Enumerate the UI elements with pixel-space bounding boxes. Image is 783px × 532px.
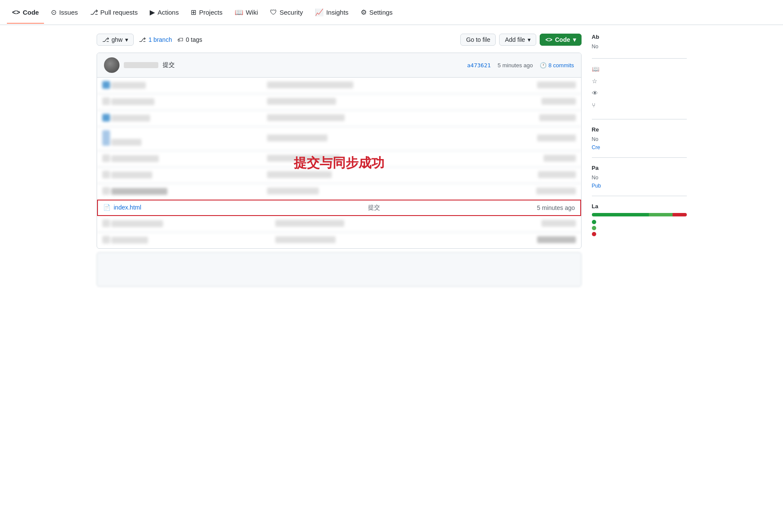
file-commit-cell: 提交	[363, 200, 432, 215]
readme-icon: 📖	[592, 66, 599, 72]
table-row[interactable]	[97, 151, 581, 167]
highlighted-file-table: 📄 index.html 提交 5 minutes ago	[98, 200, 580, 215]
chevron-down-icon: ▾	[125, 36, 128, 43]
releases-title: Re	[592, 126, 687, 133]
history-icon: 🕐	[540, 62, 547, 69]
nav-label-security: Security	[280, 9, 303, 16]
packages-title: Pa	[592, 165, 687, 171]
star-icon: ☆	[592, 78, 597, 84]
table-row[interactable]	[97, 94, 581, 110]
table-row[interactable]	[97, 110, 581, 127]
commits-link[interactable]: 🕐 8 commits	[540, 62, 574, 69]
lang-segment-html	[592, 213, 649, 216]
sidebar-packages: Pa No Pub	[592, 165, 687, 196]
branch-info: ⎇ 1 branch	[139, 36, 172, 43]
blurred-file-rows-bottom	[97, 216, 581, 248]
lang-segment-js	[649, 213, 673, 216]
tag-count: 0 tags	[186, 36, 202, 43]
branch-count-link[interactable]: 1 branch	[148, 36, 172, 43]
table-row-index-html[interactable]: 📄 index.html 提交 5 minutes ago	[98, 200, 580, 215]
sidebar-releases: Re No Cre	[592, 126, 687, 158]
branch-icon: ⎇	[102, 36, 109, 43]
branch-selector[interactable]: ⎇ ghw ▾	[97, 34, 134, 46]
table-row[interactable]	[97, 127, 581, 151]
sidebar: Ab No 📖 ☆ 👁 ⑂ Re No Cre	[592, 34, 687, 287]
nav-label-wiki: Wiki	[246, 9, 258, 16]
commit-meta: a473621 5 minutes ago 🕐 8 commits	[467, 62, 574, 69]
commit-box: 提交 a473621 5 minutes ago 🕐 8 commits	[97, 53, 582, 249]
code-button[interactable]: <> Code ▾	[540, 34, 581, 46]
projects-icon: ⊞	[191, 8, 196, 16]
lang-segment-other	[673, 213, 687, 216]
nav-item-projects[interactable]: ⊞ Projects	[186, 5, 227, 20]
commit-author-name	[124, 62, 158, 68]
sidebar-fork-item[interactable]: ⑂	[592, 102, 687, 109]
table-row[interactable]	[97, 232, 581, 249]
commits-count: 8 commits	[548, 62, 574, 69]
commit-message: 提交	[163, 61, 175, 69]
settings-icon: ⚙	[361, 8, 367, 16]
security-icon: 🛡	[270, 9, 277, 16]
sidebar-languages: La	[592, 203, 687, 243]
nav-item-pull-requests[interactable]: ⎇ Pull requests	[85, 5, 143, 20]
nav-item-security[interactable]: 🛡 Security	[265, 5, 308, 20]
file-table-blurred-bottom	[97, 216, 581, 248]
go-to-file-button[interactable]: Go to file	[460, 34, 496, 46]
sidebar-about-title: Ab	[592, 34, 687, 40]
lang-item-0	[592, 220, 687, 224]
publish-package-link[interactable]: Pub	[592, 183, 601, 189]
nav-label-pull-requests: Pull requests	[101, 9, 138, 16]
issues-icon: ⊙	[51, 8, 57, 16]
languages-title: La	[592, 203, 687, 210]
eye-icon: 👁	[592, 90, 598, 97]
table-row[interactable]	[97, 184, 581, 200]
no-packages-text: No	[592, 175, 687, 181]
overlay-container: 提交与同步成功	[97, 78, 581, 248]
code-icon: <>	[12, 9, 20, 16]
tag-info: 🏷 0 tags	[177, 36, 202, 43]
nav-item-wiki[interactable]: 📖 Wiki	[230, 5, 263, 20]
commit-author: 提交	[104, 57, 175, 73]
code-angle-icon: <>	[545, 36, 552, 43]
file-table-blurred	[97, 78, 581, 200]
language-bar	[592, 213, 687, 216]
create-release-link[interactable]: Cre	[592, 144, 600, 150]
add-file-button[interactable]: Add file ▾	[499, 34, 536, 46]
nav-item-code[interactable]: <> Code	[7, 5, 44, 20]
lang-dot-1	[592, 226, 596, 230]
nav-label-code: Code	[23, 9, 39, 16]
sidebar-watch-item[interactable]: 👁	[592, 90, 687, 97]
table-row[interactable]	[97, 167, 581, 184]
code-button-label: Code	[555, 36, 570, 43]
nav-label-projects: Projects	[199, 9, 222, 16]
toolbar-row: ⎇ ghw ▾ ⎇ 1 branch 🏷 0 tags Go to file A…	[97, 34, 582, 46]
sidebar-star-item[interactable]: ☆	[592, 78, 687, 84]
file-name-text: index.html	[114, 204, 142, 211]
lang-dot-0	[592, 220, 596, 224]
file-table-wrapper: 提交与同步成功 📄 index.html 提交	[97, 78, 581, 248]
nav-item-actions[interactable]: ▶ Actions	[145, 5, 184, 20]
file-name-cell[interactable]: 📄 index.html	[98, 200, 363, 214]
sidebar-about: Ab No	[592, 34, 687, 59]
table-row[interactable]	[97, 78, 581, 94]
pull-requests-icon: ⎇	[90, 8, 98, 16]
sidebar-no-desc: No	[592, 44, 687, 50]
nav-item-issues[interactable]: ⊙ Issues	[46, 5, 83, 20]
commit-time: 5 minutes ago	[498, 62, 533, 69]
readme-box	[97, 252, 582, 287]
toolbar-right: Go to file Add file ▾ <> Code ▾	[460, 34, 581, 46]
sidebar-readme-item[interactable]: 📖	[592, 66, 687, 72]
chevron-down-icon: ▾	[528, 36, 531, 43]
toolbar-left: ⎇ ghw ▾ ⎇ 1 branch 🏷 0 tags	[97, 34, 202, 46]
lang-dot-2	[592, 232, 596, 236]
commit-hash[interactable]: a473621	[467, 62, 491, 69]
insights-icon: 📈	[315, 8, 324, 16]
lang-item-1	[592, 226, 687, 230]
success-overlay-text: 提交与同步成功	[294, 154, 384, 172]
highlighted-file-row-container: 📄 index.html 提交 5 minutes ago	[97, 200, 581, 216]
table-row[interactable]	[97, 216, 581, 232]
nav-item-settings[interactable]: ⚙ Settings	[355, 5, 398, 20]
top-nav: <> Code ⊙ Issues ⎇ Pull requests ▶ Actio…	[0, 0, 783, 25]
file-icon: 📄	[103, 204, 110, 211]
nav-item-insights[interactable]: 📈 Insights	[310, 5, 354, 20]
